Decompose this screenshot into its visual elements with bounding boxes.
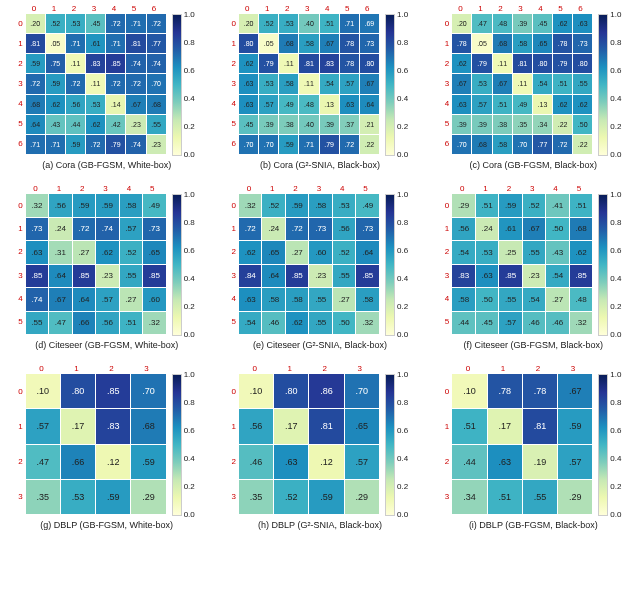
y-tick: 5	[232, 317, 236, 326]
heatmap-cell: .59	[96, 194, 119, 217]
x-tick: 6	[578, 4, 582, 13]
x-tick: 3	[357, 364, 361, 373]
x-tick: 2	[80, 184, 84, 193]
heatmap-cell: .62	[553, 95, 572, 114]
heatmap-cell: .34	[452, 480, 486, 514]
x-tick: 3	[305, 4, 309, 13]
heatmap-cell: .78	[340, 34, 359, 53]
y-axis-b: 0123456	[227, 14, 239, 154]
heatmap-i: .10.78.78.67.51.17.81.59.44.63.19.57.34.…	[452, 374, 592, 514]
heatmap-cell: .40	[299, 115, 318, 134]
x-tick: 4	[538, 4, 542, 13]
colorbar-tick: 0.8	[610, 398, 621, 407]
heatmap-cell: .20	[26, 14, 45, 33]
heatmap-cell: .50	[573, 115, 592, 134]
y-tick: 3	[18, 492, 22, 501]
colorbar-tick: 0.8	[610, 218, 621, 227]
y-tick: 2	[18, 247, 22, 256]
heatmap-cell: .11	[86, 74, 105, 93]
x-tick: 1	[270, 184, 274, 193]
heatmap-cell: .71	[66, 34, 85, 53]
heatmap-cell: .64	[73, 288, 96, 311]
colorbar-tick: 0.2	[184, 482, 195, 491]
page: 01234560123456.20.52.53.45.72.71.72.81.0…	[0, 0, 640, 612]
colorbar-gradient	[172, 194, 182, 336]
y-tick: 3	[232, 492, 236, 501]
heatmap-cell: .68	[279, 34, 298, 53]
heatmap-cell: .12	[309, 445, 343, 479]
heatmap-cell: .78	[340, 54, 359, 73]
heatmap-cell: .62	[46, 95, 65, 114]
heatmap-cell: .63	[239, 95, 258, 114]
heatmap-cell: .05	[259, 34, 278, 53]
heatmap-cell: .67	[523, 218, 546, 241]
colorbar-tick: 0.4	[397, 274, 408, 283]
heatmap-cell: .38	[493, 115, 512, 134]
y-tick: 1	[445, 39, 449, 48]
heatmap-cell: .57	[345, 445, 379, 479]
heatmap-cell: .48	[299, 95, 318, 114]
panel-h: 01230123.10.80.86.70.56.17.81.65.46.63.1…	[227, 364, 413, 530]
colorbar-tick: 1.0	[184, 370, 195, 379]
y-axis-g: 0123	[14, 374, 26, 514]
x-tick: 3	[530, 184, 534, 193]
heatmap-cell: .77	[533, 135, 552, 154]
heatmap-cell: .39	[513, 14, 532, 33]
heatmap-cell: .72	[66, 74, 85, 93]
heatmap-cell: .45	[239, 115, 258, 134]
x-tick: 3	[92, 4, 96, 13]
heatmap-cell: .63	[488, 445, 522, 479]
x-tick: 5	[363, 184, 367, 193]
x-tick: 5	[577, 184, 581, 193]
heatmap-cell: .65	[345, 409, 379, 443]
heatmap-cell: .85	[106, 54, 125, 73]
heatmap-cell: .27	[73, 241, 96, 264]
heatmap-cell: .27	[286, 241, 309, 264]
heatmap-cell: .51	[488, 480, 522, 514]
y-tick: 0	[232, 19, 236, 28]
x-axis-d: 012345	[26, 184, 166, 194]
colorbar-c: 0.00.20.40.60.81.0	[598, 14, 626, 156]
x-tick: 2	[536, 364, 540, 373]
x-tick: 2	[72, 4, 76, 13]
colorbar-tick: 0.4	[610, 94, 621, 103]
y-axis-h: 0123	[227, 374, 239, 514]
colorbar-tick: 0.2	[184, 302, 195, 311]
colorbar-d: 0.00.20.40.60.81.0	[172, 194, 200, 336]
y-tick: 2	[232, 247, 236, 256]
heatmap-cell: .83	[96, 409, 130, 443]
heatmap-cell: .56	[49, 194, 72, 217]
heatmap-cell: .83	[452, 265, 475, 288]
heatmap-cell: .46	[262, 312, 285, 335]
colorbar-gradient	[385, 194, 395, 336]
heatmap-cell: .72	[553, 135, 572, 154]
panel-a: 01234560123456.20.52.53.45.72.71.72.81.0…	[14, 4, 200, 170]
heatmap-cell: .72	[106, 74, 125, 93]
heatmap-cell: .62	[239, 241, 262, 264]
heatmap-cell: .63	[239, 74, 258, 93]
heatmap-cell: .51	[120, 312, 143, 335]
heatmap-cell: .59	[73, 194, 96, 217]
colorbar-tick: 0.6	[610, 426, 621, 435]
colorbar-ticks: 0.00.20.40.60.81.0	[395, 15, 413, 155]
heatmap-cell: .75	[46, 54, 65, 73]
heatmap-cell: .85	[356, 265, 379, 288]
heatmap-cell: .11	[513, 74, 532, 93]
heatmap-cell: .67	[320, 34, 339, 53]
heatmap-cell: .62	[573, 95, 592, 114]
heatmap-cell: .71	[106, 34, 125, 53]
heatmap-cell: .67	[49, 288, 72, 311]
y-tick: 2	[445, 59, 449, 68]
heatmap-cell: .23	[309, 265, 332, 288]
colorbar-f: 0.00.20.40.60.81.0	[598, 194, 626, 336]
heatmap-cell: .53	[86, 95, 105, 114]
heatmap-cell: .35	[26, 480, 60, 514]
heatmap-cell: .67	[126, 95, 145, 114]
heatmap-cell: .71	[46, 135, 65, 154]
heatmap-cell: .58	[513, 34, 532, 53]
panel-i: 01230123.10.78.78.67.51.17.81.59.44.63.1…	[440, 364, 626, 530]
x-tick: 0	[460, 184, 464, 193]
heatmap-cell: .62	[96, 241, 119, 264]
x-tick: 4	[112, 4, 116, 13]
heatmap-cell: .71	[26, 135, 45, 154]
